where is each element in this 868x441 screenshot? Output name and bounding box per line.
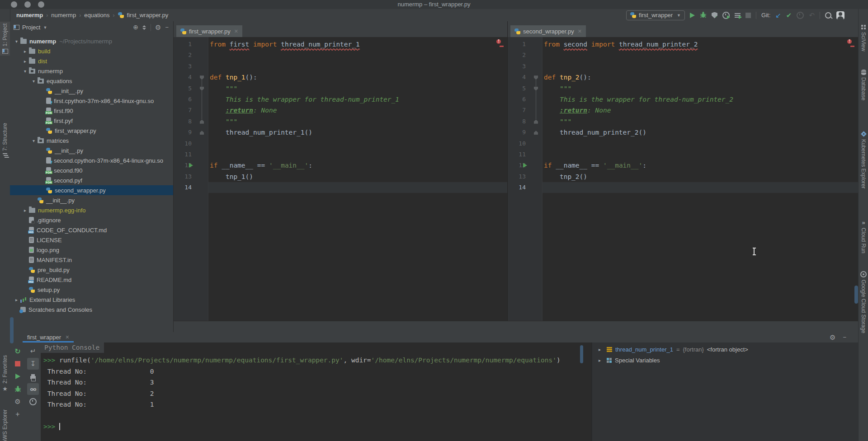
code-line[interactable]: This is the wrapper for thread-num_print… xyxy=(544,94,847,105)
console-button-print[interactable] xyxy=(27,371,39,382)
breadcrumb-item[interactable]: numermp xyxy=(51,12,76,19)
run-line-icon[interactable] xyxy=(523,163,527,168)
tree-item-numermp[interactable]: ▾numermp xyxy=(10,66,173,76)
tree-item-dist[interactable]: ▸dist xyxy=(10,56,173,66)
hide-panel-icon[interactable]: − xyxy=(165,24,169,31)
variable-row-thread-num-printer-1[interactable]: ▸thread_num_printer_1 = {fortran} <fortr… xyxy=(592,344,858,355)
chevron-collapsed-icon[interactable]: ▸ xyxy=(596,358,604,363)
collapse-all-icon[interactable] xyxy=(142,25,146,30)
concurrency-diagram-icon[interactable] xyxy=(735,13,741,18)
code-line[interactable] xyxy=(544,50,847,61)
error-indicator-icon[interactable]: ! xyxy=(847,39,852,44)
tree-item-setup-py[interactable]: setup.py xyxy=(10,285,173,295)
console-button-history[interactable] xyxy=(27,396,39,408)
gear-icon[interactable]: ⚙ xyxy=(155,24,161,31)
search-icon[interactable] xyxy=(825,12,831,19)
tool-strip-button-sciview[interactable]: SciView xyxy=(859,23,868,53)
chevron-collapsed-icon[interactable]: ▸ xyxy=(596,347,604,352)
code-line[interactable]: :return: None xyxy=(210,105,496,116)
tree-item--init-py[interactable]: __init__.py xyxy=(10,145,173,155)
code-line[interactable]: thread_num_printer_1() xyxy=(210,127,496,138)
hide-panel-icon[interactable]: − xyxy=(843,334,846,341)
chevron-expanded-icon[interactable]: ▾ xyxy=(13,39,20,44)
code-line[interactable]: """ xyxy=(544,83,847,94)
chevron-down-icon[interactable]: ▼ xyxy=(43,25,47,30)
console-button-stop-red[interactable] xyxy=(12,358,24,370)
code-line[interactable]: from second import thread_num_printer_2 xyxy=(544,39,847,50)
tree-item-numermp-egg-info[interactable]: ▸numermp.egg-info xyxy=(10,205,173,215)
code-line[interactable]: if __name__ == '__main__': xyxy=(210,160,496,171)
tree-item-license[interactable]: LICENSE xyxy=(10,235,173,245)
tool-strip-button-database[interactable]: Database xyxy=(859,68,868,102)
tree-item-pre-build-py[interactable]: pre_build.py xyxy=(10,265,173,275)
console-button-add[interactable]: + xyxy=(12,408,24,420)
code-line[interactable]: def tnp_1(): xyxy=(210,72,496,83)
git-commit-icon[interactable]: ✔ xyxy=(786,12,792,19)
tree-item-first-cpython-37m-x86-64-linux-gnu-so[interactable]: first.cpython-37m-x86_64-linux-gnu.so xyxy=(10,96,173,106)
tree-item--init-py[interactable]: __init__.py xyxy=(10,195,173,205)
code-line[interactable]: from first import thread_num_printer_1 xyxy=(210,39,496,50)
project-panel-title[interactable]: Project xyxy=(22,24,40,31)
tree-item-build[interactable]: ▸build xyxy=(10,46,173,56)
code-line[interactable]: """ xyxy=(210,83,496,94)
code-line[interactable]: This is the wrapper for thread-num_print… xyxy=(210,94,496,105)
tree-item--init-py[interactable]: __init__.py xyxy=(10,86,173,96)
close-icon[interactable]: ✕ xyxy=(578,28,582,34)
tree-item-code-of-conduct-md[interactable]: CODE_OF_CONDUCT.md xyxy=(10,225,173,235)
code-line[interactable]: def tnp_2(): xyxy=(544,72,847,83)
tree-item-manifest-in[interactable]: MANIFEST.in xyxy=(10,255,173,265)
code-line[interactable] xyxy=(210,138,496,149)
code-line[interactable] xyxy=(544,149,847,160)
console-scrollbar-thumb[interactable] xyxy=(580,345,583,363)
chevron-collapsed-icon[interactable]: ▸ xyxy=(13,297,20,302)
tree-item-second-pyf[interactable]: second.pyf xyxy=(10,175,173,185)
tool-strip-button-kubernetes-explorer[interactable]: Kubernetes Explorer xyxy=(859,129,868,190)
code-line[interactable] xyxy=(544,182,847,193)
breadcrumb-item[interactable]: first_wrapper.py xyxy=(127,12,169,19)
tool-strip-button-google-cloud-storage[interactable]: Google Cloud Storage xyxy=(859,269,868,335)
chevron-collapsed-icon[interactable]: ▸ xyxy=(21,208,29,213)
tree-item-first-pyf[interactable]: first.pyf xyxy=(10,116,173,126)
code-line[interactable]: tnp_2() xyxy=(544,171,847,182)
run-configuration-select[interactable]: first_wrapper ▼ xyxy=(626,10,685,20)
tree-item-second-f90[interactable]: second.f90 xyxy=(10,165,173,175)
chevron-expanded-icon[interactable]: ▾ xyxy=(21,69,29,74)
user-avatar[interactable] xyxy=(836,11,844,19)
run-with-coverage-icon[interactable] xyxy=(712,12,717,19)
tree-item-first-f90[interactable]: first.f90 xyxy=(10,106,173,116)
variable-row-special-variables[interactable]: ▸Special Variables xyxy=(592,355,858,366)
tool-strip-button-1-project[interactable]: 1: Project xyxy=(0,22,10,56)
editor-content[interactable]: 1234567891011121314from second import th… xyxy=(508,37,858,321)
close-icon[interactable]: ✕ xyxy=(65,334,69,340)
tree-item-readme-md[interactable]: README.md xyxy=(10,275,173,285)
console-input-line[interactable]: >>> xyxy=(43,421,591,432)
fold-marker-icon[interactable] xyxy=(200,131,204,135)
console-button-settings[interactable]: ⚙ xyxy=(12,396,24,408)
code-line[interactable]: if __name__ == '__main__': xyxy=(544,160,847,171)
console-tab-first-wrapper[interactable]: first_wrapper ✕ xyxy=(23,332,74,342)
editor-scrollbar-thumb[interactable] xyxy=(854,286,858,304)
tree-item-logo-png[interactable]: logo.png xyxy=(10,245,173,255)
tool-strip-button-2-favorites[interactable]: 2: Favorites★ xyxy=(0,353,10,394)
code-line[interactable] xyxy=(210,61,496,72)
git-rollback-icon[interactable]: ↶ xyxy=(809,12,815,19)
tool-strip-button-aws-explorer[interactable]: AWS Explorer xyxy=(0,408,10,441)
breadcrumb-item[interactable]: equations xyxy=(84,12,109,19)
tree-item-matrices[interactable]: ▾matrices xyxy=(10,136,173,145)
fold-marker-icon[interactable] xyxy=(200,120,204,124)
code-line[interactable] xyxy=(210,182,496,193)
code-line[interactable] xyxy=(210,50,496,61)
fold-marker-icon[interactable] xyxy=(534,131,538,135)
tree-item-second-wrapper-py[interactable]: second_wrapper.py xyxy=(10,185,173,195)
code-line[interactable]: :return: None xyxy=(544,105,847,116)
tree-item-first-wrapper-py[interactable]: first_wrapper.py xyxy=(10,126,173,136)
profiler-icon[interactable] xyxy=(722,12,730,19)
console-button-bug[interactable] xyxy=(12,383,24,395)
console-button-scroll-end[interactable]: ↧ xyxy=(27,358,39,370)
chevron-expanded-icon[interactable]: ▾ xyxy=(30,138,38,143)
gear-icon[interactable]: ⚙ xyxy=(830,334,835,341)
code-line[interactable]: """ xyxy=(210,116,496,127)
run-line-icon[interactable] xyxy=(189,163,193,168)
fold-marker-icon[interactable] xyxy=(534,120,538,124)
console-button-show-vars[interactable]: oo xyxy=(27,383,39,395)
